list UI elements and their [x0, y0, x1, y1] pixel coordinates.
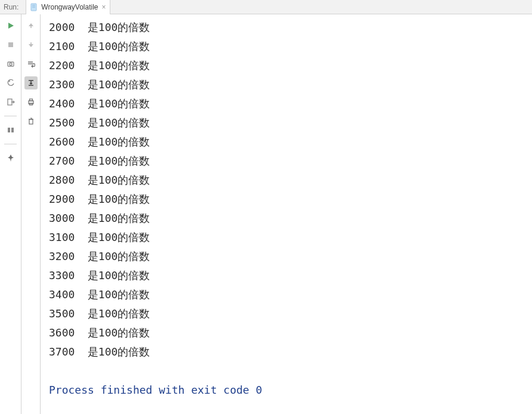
process-exit-line: Process finished with exit code 0 — [49, 381, 532, 400]
console-line: 3600 是100的倍数 — [49, 323, 532, 342]
console-line: 3400 是100的倍数 — [49, 285, 532, 304]
svg-rect-3 — [32, 7, 35, 8]
run-label: Run: — [4, 3, 18, 11]
console-line: 2800 是100的倍数 — [49, 171, 532, 190]
console-line: 2000 是100的倍数 — [49, 18, 532, 37]
svg-rect-1 — [32, 5, 35, 5]
console-action-gutter — [21, 14, 41, 414]
console-line: 2300 是100的倍数 — [49, 75, 532, 94]
run-config-tab[interactable]: WrongwayVolatile × — [26, 0, 110, 14]
rerun-button[interactable] — [4, 19, 17, 32]
dump-threads-button[interactable] — [4, 57, 17, 70]
pin-button[interactable] — [4, 152, 17, 165]
console-line: 3500 是100的倍数 — [49, 304, 532, 323]
console-output[interactable]: 2000 是100的倍数2100 是100的倍数2200 是100的倍数2300… — [41, 14, 532, 414]
file-icon — [30, 3, 38, 11]
print-icon[interactable] — [24, 95, 38, 109]
svg-rect-2 — [32, 6, 35, 7]
rerun-failed-button[interactable] — [4, 76, 17, 89]
svg-rect-7 — [8, 99, 12, 105]
svg-rect-8 — [8, 128, 10, 132]
left-action-gutter — [0, 14, 21, 414]
console-line: 2900 是100的倍数 — [49, 190, 532, 209]
svg-rect-15 — [29, 119, 33, 124]
svg-rect-10 — [30, 26, 32, 28]
tab-label: WrongwayVolatile — [41, 3, 98, 11]
console-line: 2200 是100的倍数 — [49, 56, 532, 75]
svg-rect-4 — [8, 42, 13, 47]
svg-rect-13 — [29, 99, 32, 101]
separator — [4, 144, 17, 144]
console-line: 3300 是100的倍数 — [49, 266, 532, 285]
layout-button[interactable] — [4, 123, 17, 137]
console-line: 2100 是100的倍数 — [49, 37, 532, 56]
exit-button[interactable] — [4, 95, 17, 109]
down-arrow-icon[interactable] — [24, 38, 38, 51]
console-line: 2700 是100的倍数 — [49, 152, 532, 171]
console-line: 2400 是100的倍数 — [49, 94, 532, 113]
svg-rect-9 — [11, 128, 14, 132]
separator — [4, 116, 17, 116]
stop-button[interactable] — [4, 38, 17, 51]
console-line: 2600 是100的倍数 — [49, 132, 532, 152]
soft-wrap-icon[interactable] — [24, 57, 38, 70]
close-icon[interactable]: × — [102, 4, 106, 11]
svg-point-6 — [10, 63, 12, 66]
console-line: 3200 是100的倍数 — [49, 247, 532, 266]
trash-icon[interactable] — [24, 115, 38, 128]
up-arrow-icon[interactable] — [24, 19, 38, 32]
console-line: 3000 是100的倍数 — [49, 209, 532, 228]
console-line: 3100 是100的倍数 — [49, 228, 532, 247]
run-tool-header: Run: WrongwayVolatile × — [0, 0, 532, 14]
console-line: 2500 是100的倍数 — [49, 113, 532, 132]
scroll-to-end-icon[interactable] — [24, 76, 38, 89]
svg-rect-11 — [30, 42, 32, 45]
console-line: 3700 是100的倍数 — [49, 342, 532, 362]
